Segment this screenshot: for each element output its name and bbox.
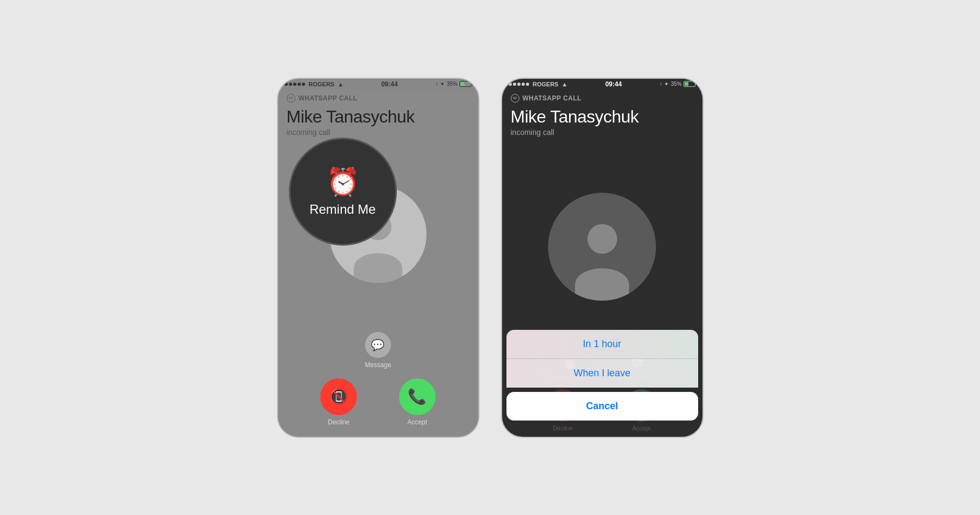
avatar-area-2: [502, 137, 702, 357]
battery-icon-1: [459, 81, 471, 87]
battery-fill-2: [685, 82, 688, 86]
wifi-icon-1: ▲: [337, 81, 343, 87]
person-silhouette-2: [567, 214, 637, 301]
signal-dot: [293, 83, 296, 86]
arrow-icon-2: ↑: [659, 81, 662, 87]
call-status-2: incoming call: [511, 128, 694, 137]
carrier-label-1: ROGERS: [309, 81, 335, 87]
accept-button-1[interactable]: 📞 Accept: [399, 378, 436, 426]
popup-menu: In 1 hour When I leave: [506, 330, 698, 388]
call-status-1: incoming call: [287, 128, 470, 137]
signal-dot: [517, 83, 521, 86]
status-bar-left-2: ROGERS ▲: [509, 81, 568, 87]
status-bar-2: ROGERS ▲ 09:44 ↑ ✦ 35%: [502, 79, 702, 90]
phone-screen-2: ROGERS ▲ 09:44 ↑ ✦ 35% W WHATSAPP CALL M…: [501, 78, 704, 438]
caller-info-1: Mike Tanasychuk incoming call: [278, 105, 478, 137]
in1hour-label: In 1 hour: [583, 338, 621, 349]
popup-cancel-button[interactable]: Cancel: [506, 392, 698, 421]
whatsapp-icon-2: W: [511, 94, 519, 103]
phone-screen-1: ROGERS ▲ 09:44 ↑ ✦ 35% W WHATSAPP CALL M…: [277, 78, 479, 438]
bluetooth-icon-2: ✦: [664, 81, 668, 87]
signal-dots-2: [509, 83, 529, 86]
decline-label-1: Decline: [328, 418, 349, 426]
bluetooth-icon-1: ✦: [440, 81, 444, 87]
time-label-1: 09:44: [381, 80, 398, 88]
accept-label-1: Accept: [407, 418, 427, 426]
message-label-1: Message: [365, 361, 391, 369]
message-action-1[interactable]: 💬 Message: [365, 332, 391, 369]
whatsapp-icon-1: W: [287, 94, 295, 103]
signal-dot: [509, 83, 512, 86]
avatar-circle-2: [548, 193, 656, 301]
caller-info-2: Mike Tanasychuk incoming call: [502, 105, 702, 137]
battery-fill-1: [461, 82, 464, 86]
battery-icon-2: [684, 81, 695, 87]
avatar-area-1: ⏰ Remind Me: [278, 137, 478, 332]
status-bar-left-1: ROGERS ▲: [285, 81, 344, 87]
signal-dot: [289, 83, 292, 86]
decline-circle-1: 📵: [320, 378, 357, 415]
status-bar-1: ROGERS ▲ 09:44 ↑ ✦ 35%: [278, 79, 478, 90]
person-body-2: [575, 268, 629, 301]
arrow-icon-1: ↑: [435, 81, 438, 87]
cancel-label: Cancel: [586, 401, 618, 411]
time-label-2: 09:44: [605, 80, 622, 88]
whatsapp-header-1: W WHATSAPP CALL: [278, 90, 478, 105]
caller-name-2: Mike Tanasychuk: [511, 107, 694, 127]
signal-dot: [285, 83, 288, 86]
signal-dot: [522, 83, 525, 86]
decline-button-1[interactable]: 📵 Decline: [320, 378, 357, 426]
message-icon-1: 💬: [365, 332, 391, 358]
whatsapp-label-1: WHATSAPP CALL: [299, 94, 357, 102]
carrier-label-2: ROGERS: [533, 81, 559, 87]
remind-me-text: Remind Me: [309, 202, 376, 217]
battery-percent-2: 35%: [671, 81, 681, 87]
action-row-1: 💬 Message: [278, 332, 478, 373]
signal-dot: [526, 83, 529, 86]
battery-percent-1: 35%: [447, 81, 457, 87]
call-screen-1: W WHATSAPP CALL Mike Tanasychuk incoming…: [278, 90, 478, 437]
whenileave-label: When I leave: [573, 368, 630, 378]
call-actions-1: 📵 Decline 📞 Accept: [278, 373, 478, 437]
alarm-icon: ⏰: [326, 166, 360, 198]
caller-name-1: Mike Tanasychuk: [287, 107, 470, 127]
call-screen-2: W WHATSAPP CALL Mike Tanasychuk incoming…: [502, 90, 702, 437]
remind-me-expanded[interactable]: ⏰ Remind Me: [289, 138, 397, 246]
signal-dot: [513, 83, 516, 86]
person-head-2: [587, 224, 617, 254]
wifi-icon-2: ▲: [562, 81, 567, 87]
whatsapp-header-2: W WHATSAPP CALL: [502, 90, 702, 105]
signal-dots-1: [285, 83, 305, 86]
popup-in1hour[interactable]: In 1 hour: [506, 330, 698, 359]
person-body-1: [354, 253, 402, 283]
popup-overlay: In 1 hour When I leave Cancel: [502, 330, 702, 437]
popup-whenileave[interactable]: When I leave: [506, 359, 698, 388]
whatsapp-label-2: WHATSAPP CALL: [523, 94, 582, 102]
status-bar-right-2: ↑ ✦ 35%: [659, 81, 695, 87]
accept-circle-1: 📞: [399, 378, 436, 415]
signal-dot: [302, 83, 305, 86]
status-bar-right-1: ↑ ✦ 35%: [435, 81, 471, 87]
signal-dot: [298, 83, 301, 86]
